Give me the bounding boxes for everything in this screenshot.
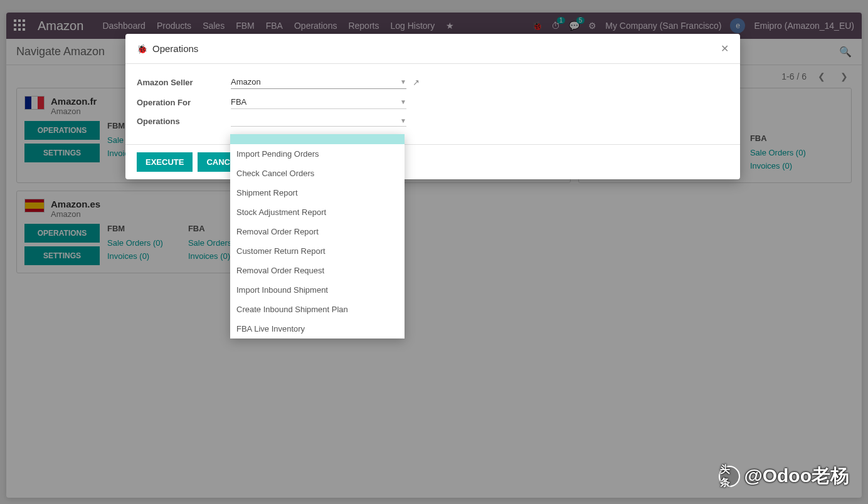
- execute-button[interactable]: EXECUTE: [137, 152, 193, 172]
- chevron-down-icon: ▼: [400, 98, 406, 105]
- dropdown-item-blank[interactable]: [230, 134, 405, 144]
- chevron-down-icon: ▼: [400, 78, 406, 85]
- bug-icon: 🐞: [137, 44, 147, 54]
- operations-dropdown: Import Pending Orders Check Cancel Order…: [230, 134, 405, 339]
- dropdown-item[interactable]: FBA Live Inventory: [230, 319, 405, 339]
- dropdown-item[interactable]: Removal Order Report: [230, 222, 405, 241]
- ops-label: Operations: [137, 117, 231, 126]
- watermark-text: @Odoo老杨: [744, 463, 849, 489]
- opfor-field[interactable]: FBA▼: [231, 95, 406, 109]
- close-icon[interactable]: ✕: [721, 43, 729, 55]
- dropdown-item[interactable]: Import Inbound Shipment: [230, 280, 405, 300]
- dropdown-item[interactable]: Import Pending Orders: [230, 144, 405, 164]
- ops-field[interactable]: ▼: [231, 115, 406, 127]
- dropdown-item[interactable]: Stock Adjustment Report: [230, 202, 405, 222]
- dropdown-item[interactable]: Shipment Report: [230, 183, 405, 202]
- dropdown-item[interactable]: Removal Order Request: [230, 261, 405, 280]
- watermark: 头条 @Odoo老杨: [719, 463, 849, 489]
- watermark-logo: 头条: [719, 466, 740, 487]
- opfor-label: Operation For: [137, 98, 231, 107]
- dropdown-item[interactable]: Customer Return Report: [230, 241, 405, 261]
- operations-modal: 🐞 Operations ✕ Amazon Seller Amazon▼ ↗ O…: [125, 34, 740, 179]
- chevron-down-icon: ▼: [400, 117, 406, 124]
- seller-label: Amazon Seller: [137, 78, 231, 87]
- seller-field[interactable]: Amazon▼: [231, 75, 406, 89]
- dropdown-item[interactable]: Check Cancel Orders: [230, 164, 405, 183]
- external-link-icon[interactable]: ↗: [413, 78, 420, 87]
- modal-title: Operations: [152, 43, 716, 54]
- dropdown-item[interactable]: Create Inbound Shipment Plan: [230, 300, 405, 319]
